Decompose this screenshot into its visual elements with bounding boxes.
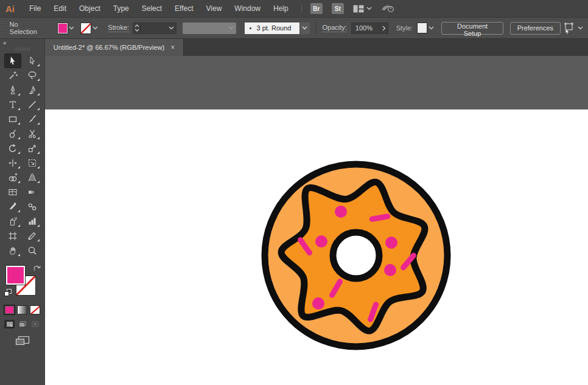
menu-type[interactable]: Type xyxy=(112,3,130,14)
color-button[interactable] xyxy=(4,305,15,314)
style-label: Style: xyxy=(396,24,413,32)
direct-selection-tool[interactable] xyxy=(24,54,41,68)
panel-grip[interactable] xyxy=(0,18,4,38)
opacity-label[interactable]: Opacity: xyxy=(322,24,346,32)
hand-tool-icon xyxy=(7,245,18,256)
donut-artwork[interactable] xyxy=(259,158,453,353)
rectangle-tool[interactable] xyxy=(4,112,21,127)
pen-tool[interactable] xyxy=(4,83,21,97)
tools-panel: « xyxy=(0,39,45,385)
arrange-documents-icon xyxy=(353,5,364,13)
gradient-button[interactable] xyxy=(17,305,27,314)
menu-select[interactable]: Select xyxy=(141,3,163,14)
swap-fill-stroke-icon[interactable] xyxy=(33,263,41,274)
sprinkle-dot[interactable] xyxy=(385,237,397,249)
rotate-tool[interactable] xyxy=(4,141,21,156)
arrange-documents-button[interactable] xyxy=(353,5,372,13)
selection-tool[interactable] xyxy=(4,54,21,68)
width-tool[interactable] xyxy=(4,156,21,170)
fill-swatch[interactable] xyxy=(5,265,26,285)
hand-tool[interactable] xyxy=(4,243,21,258)
selection-tool-icon xyxy=(7,55,18,66)
bridge-button[interactable]: Br xyxy=(310,3,323,14)
blob-brush-tool[interactable] xyxy=(4,127,21,141)
tab-close-icon[interactable]: × xyxy=(170,44,175,51)
none-slash-icon xyxy=(30,306,40,314)
lasso-tool[interactable] xyxy=(24,68,41,83)
collapse-panel-button[interactable]: « xyxy=(0,39,7,47)
zoom-tool[interactable] xyxy=(24,243,41,258)
fill-color-dropdown[interactable] xyxy=(68,23,75,34)
opacity-dropdown[interactable] xyxy=(380,23,388,34)
blend-tool[interactable] xyxy=(24,199,41,214)
menu-edit[interactable]: Edit xyxy=(52,3,68,14)
free-transform-tool[interactable] xyxy=(24,156,41,170)
document-tab-title: Untitled-2* @ 66.67% (RGB/Preview) xyxy=(54,44,164,51)
menu-file[interactable]: File xyxy=(28,3,42,14)
chevron-right-icon xyxy=(382,26,386,31)
draw-behind-button[interactable] xyxy=(17,320,27,328)
brush-definition-value[interactable]: 3 pt. Round xyxy=(245,23,299,34)
preferences-button[interactable]: Preferences xyxy=(510,22,561,35)
gradient-tool[interactable] xyxy=(24,185,41,199)
style-panel-button[interactable]: St xyxy=(332,3,344,14)
draw-normal-button[interactable] xyxy=(4,320,15,328)
paintbrush-tool[interactable] xyxy=(24,112,41,127)
canvas-area[interactable] xyxy=(45,56,588,385)
menu-window[interactable]: Window xyxy=(233,3,262,14)
type-tool-icon xyxy=(7,99,18,110)
sprinkle-dot[interactable] xyxy=(335,206,347,218)
eyedropper-tool[interactable] xyxy=(4,199,21,214)
symbol-sprayer-tool[interactable] xyxy=(4,214,21,229)
type-tool[interactable] xyxy=(4,97,21,112)
document-tab[interactable]: Untitled-2* @ 66.67% (RGB/Preview) × xyxy=(45,39,184,56)
magic-wand-tool[interactable] xyxy=(4,68,21,83)
chevron-down-icon xyxy=(302,26,307,30)
default-fill-stroke-icon[interactable] xyxy=(4,288,12,299)
line-tool[interactable] xyxy=(24,97,41,112)
stroke-color-swatch[interactable] xyxy=(80,23,91,34)
menu-view[interactable]: View xyxy=(205,3,223,14)
stroke-weight-select[interactable] xyxy=(141,23,177,34)
scale-tool[interactable] xyxy=(24,141,41,156)
scissors-tool[interactable] xyxy=(24,127,41,141)
document-tab-bar: Untitled-2* @ 66.67% (RGB/Preview) × xyxy=(45,39,588,56)
screen-mode-button[interactable] xyxy=(15,336,30,349)
brush-definition-dropdown[interactable] xyxy=(299,23,310,34)
donut-hole-shape[interactable] xyxy=(333,232,379,279)
shape-builder-tool-icon xyxy=(7,172,18,183)
sprinkle-dot[interactable] xyxy=(315,235,327,248)
brush-definition-combo[interactable]: 3 pt. Round xyxy=(245,23,310,34)
gradient-tool-icon xyxy=(27,187,38,198)
document-setup-button[interactable]: Document Setup xyxy=(441,22,503,35)
menu-help[interactable]: Help xyxy=(272,3,290,14)
brush-preview-dot xyxy=(250,27,251,29)
slice-tool[interactable] xyxy=(24,229,41,243)
stroke-weight-stepper[interactable] xyxy=(133,23,141,34)
stroke-weight-label[interactable]: Stroke: xyxy=(108,24,129,32)
opacity-input[interactable]: 100% xyxy=(351,23,380,34)
perspective-grid-tool[interactable] xyxy=(24,170,41,185)
mesh-tool[interactable] xyxy=(4,185,21,199)
shape-builder-tool[interactable] xyxy=(4,170,21,185)
sprinkle-dash[interactable] xyxy=(372,217,388,220)
column-graph-tool-icon xyxy=(27,216,38,227)
pencil-tool[interactable] xyxy=(24,83,41,97)
stroke-color-dropdown[interactable] xyxy=(91,23,99,34)
none-button[interactable] xyxy=(30,305,40,314)
artboard-tool[interactable] xyxy=(4,229,21,243)
brush-definition-label: 3 pt. Round xyxy=(257,24,292,32)
selection-options-group[interactable] xyxy=(561,23,583,34)
menu-object[interactable]: Object xyxy=(78,3,102,14)
graphic-style-dropdown[interactable] xyxy=(427,23,435,34)
column-graph-tool[interactable] xyxy=(24,214,41,229)
sprinkle-dot[interactable] xyxy=(384,264,396,276)
rotate-tool-icon xyxy=(7,143,18,154)
menu-effect[interactable]: Effect xyxy=(173,3,194,14)
tools-panel-grip[interactable] xyxy=(15,47,30,51)
graphic-style-swatch[interactable] xyxy=(417,23,427,33)
sprinkle-dot[interactable] xyxy=(312,297,324,310)
menubar-divider xyxy=(301,4,302,13)
fill-color-swatch[interactable] xyxy=(57,23,68,34)
cs-live-button[interactable] xyxy=(380,4,395,13)
